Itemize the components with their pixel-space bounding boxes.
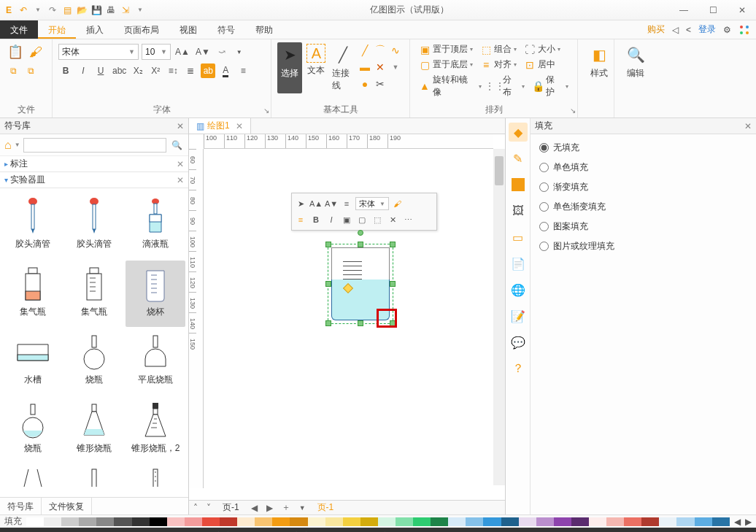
- mini-layer2-icon[interactable]: ▢: [355, 213, 369, 226]
- mini-layer1-icon[interactable]: ▣: [340, 213, 353, 226]
- curve-text-dropdown-icon[interactable]: ▼: [232, 45, 247, 59]
- send-back-button[interactable]: ▢置于底层▾: [416, 58, 476, 72]
- lib-item-drop-bottle[interactable]: 滴液瓶: [126, 193, 185, 259]
- resize-handle-w[interactable]: [325, 281, 331, 287]
- superscript-icon[interactable]: X²: [148, 63, 163, 78]
- undo-dropdown-icon[interactable]: ▼: [32, 4, 44, 16]
- increase-font-icon[interactable]: A▲: [174, 45, 191, 59]
- edit-button[interactable]: 🔍编辑: [620, 42, 651, 81]
- login-link[interactable]: 登录: [698, 23, 716, 36]
- resize-handle-n[interactable]: [358, 242, 363, 247]
- rp-line-tab-icon[interactable]: ✎: [509, 149, 528, 168]
- resize-handle-sw[interactable]: [325, 320, 331, 326]
- close-button[interactable]: ✕: [731, 5, 753, 15]
- page-nav-down-icon[interactable]: ˅: [202, 503, 215, 513]
- vertical-scrollbar[interactable]: [493, 149, 505, 485]
- bring-front-button[interactable]: ▣置于顶层▾: [416, 42, 476, 56]
- undo-icon[interactable]: ↶: [18, 4, 29, 16]
- size-button[interactable]: ⛶大小▾: [521, 42, 563, 56]
- mini-brush-icon[interactable]: 🖌: [391, 197, 404, 210]
- page-nav-prev-icon[interactable]: ◀: [247, 503, 262, 513]
- symbol-home-icon[interactable]: ⌂: [4, 139, 12, 152]
- page-nav-up-icon[interactable]: ˄: [189, 503, 202, 513]
- mini-tools-icon[interactable]: ✕: [386, 213, 399, 226]
- document-tab-close-icon[interactable]: ✕: [236, 121, 243, 131]
- shape-cross-icon[interactable]: ✕: [374, 61, 387, 74]
- font-family-combo[interactable]: 宋体▼: [58, 44, 139, 60]
- lib-item-partial-1[interactable]: [3, 465, 63, 487]
- tab-page-layout[interactable]: 页面布局: [114, 20, 169, 39]
- maximize-button[interactable]: ☐: [702, 5, 724, 15]
- drawing-canvas[interactable]: ➤ A▲ A▼ ≡ 宋体▼ 🖌 ≡ B I ▣ ▢ ⬚ ✕: [204, 149, 493, 485]
- file-menu[interactable]: 文件: [0, 20, 38, 39]
- text-tool-button[interactable]: A 文本: [304, 42, 328, 93]
- lib-item-flask-flat[interactable]: 平底烧瓶: [126, 328, 185, 395]
- shape-ellipse-icon[interactable]: ●: [358, 77, 371, 90]
- export-icon[interactable]: ⇲: [120, 4, 131, 16]
- minimize-button[interactable]: —: [673, 5, 695, 15]
- bullets-icon[interactable]: ≣: [183, 63, 198, 78]
- curve-text-icon[interactable]: ⤻: [215, 45, 229, 59]
- tab-insert[interactable]: 插入: [76, 20, 114, 39]
- select-tool-button[interactable]: ➤ 选择: [277, 42, 302, 93]
- fill-opt-gradient[interactable]: 渐变填充: [539, 181, 747, 193]
- page-nav-next-icon[interactable]: ▶: [262, 503, 277, 513]
- left-tab-symbols[interactable]: 符号库: [0, 498, 42, 514]
- cut-icon[interactable]: ⧉: [23, 63, 38, 78]
- fill-opt-none[interactable]: 无填充: [539, 142, 747, 154]
- document-tab[interactable]: ▥ 绘图1 ✕: [189, 118, 251, 134]
- connector-tool-button[interactable]: ╱ 连接线: [331, 42, 355, 93]
- line-spacing-icon[interactable]: ≡↕: [166, 63, 180, 78]
- qat-dropdown-icon[interactable]: ▼: [134, 4, 146, 16]
- tab-help[interactable]: 帮助: [245, 20, 283, 39]
- lib-item-water-trough[interactable]: 水槽: [3, 328, 63, 395]
- mini-italic-icon[interactable]: I: [325, 213, 338, 226]
- shape-line-icon[interactable]: ╱: [358, 44, 371, 57]
- mini-more-icon[interactable]: ⋯: [401, 213, 414, 226]
- subscript-icon[interactable]: X₂: [131, 63, 145, 78]
- feedback-icon[interactable]: ◁: [672, 25, 679, 35]
- apps-icon[interactable]: [738, 24, 750, 36]
- lib-item-flask-round[interactable]: 烧瓶: [64, 328, 124, 395]
- symbol-search-button[interactable]: 🔍: [169, 140, 184, 150]
- shape-arc-icon[interactable]: ⌒: [374, 44, 387, 57]
- resize-handle-nw[interactable]: [325, 242, 331, 247]
- redo-icon[interactable]: ↷: [47, 4, 58, 16]
- category-labware-close-icon[interactable]: ✕: [177, 175, 184, 185]
- lib-item-partial-2[interactable]: [64, 465, 124, 487]
- underline-icon[interactable]: U: [93, 63, 108, 78]
- italic-icon[interactable]: I: [76, 63, 90, 78]
- symbol-home-dropdown-icon[interactable]: ▼: [15, 142, 20, 148]
- mini-group-icon[interactable]: ⬚: [371, 213, 384, 226]
- page-tab-1[interactable]: 页-1: [215, 501, 247, 514]
- fill-panel-close-icon[interactable]: ✕: [744, 121, 752, 131]
- lib-item-gas-jar-1[interactable]: 集气瓶: [3, 261, 63, 327]
- tab-start[interactable]: 开始: [38, 20, 76, 39]
- bold-icon[interactable]: B: [58, 63, 73, 78]
- center-button[interactable]: ⊡居中: [521, 58, 558, 72]
- rp-shadow-tab-icon[interactable]: [509, 175, 528, 194]
- rp-comment-tab-icon[interactable]: 💬: [509, 333, 528, 352]
- lib-item-conical-2[interactable]: 锥形烧瓶，2: [126, 397, 185, 463]
- resize-handle-e[interactable]: [390, 281, 396, 287]
- symbol-lib-close-icon[interactable]: ✕: [177, 121, 184, 131]
- paste-icon[interactable]: 📋: [6, 45, 25, 59]
- align-button[interactable]: ≡对齐▾: [477, 58, 520, 72]
- mini-align-icon[interactable]: ≡: [340, 197, 353, 210]
- rp-shape-tab-icon[interactable]: ▭: [509, 228, 528, 247]
- lib-item-partial-3[interactable]: [126, 465, 185, 487]
- tab-view[interactable]: 视图: [169, 20, 207, 39]
- fill-opt-mono-gradient[interactable]: 单色渐变填充: [539, 201, 747, 213]
- share-icon[interactable]: <: [686, 25, 691, 35]
- resize-handle-ne[interactable]: [390, 242, 396, 247]
- rp-fill-tab-icon[interactable]: ◆: [509, 123, 528, 142]
- rp-globe-tab-icon[interactable]: 🌐: [509, 280, 528, 299]
- mini-pointer-icon[interactable]: ➤: [294, 197, 307, 210]
- font-color-icon[interactable]: A: [218, 63, 233, 78]
- style-button[interactable]: ◧样式: [584, 42, 614, 81]
- fill-opt-pattern[interactable]: 图案填充: [539, 220, 747, 233]
- print-icon[interactable]: 🖶: [105, 4, 117, 16]
- tab-symbol[interactable]: 符号: [207, 20, 245, 39]
- color-swatch-strip[interactable]: [26, 517, 730, 526]
- rotate-handle[interactable]: [358, 230, 363, 236]
